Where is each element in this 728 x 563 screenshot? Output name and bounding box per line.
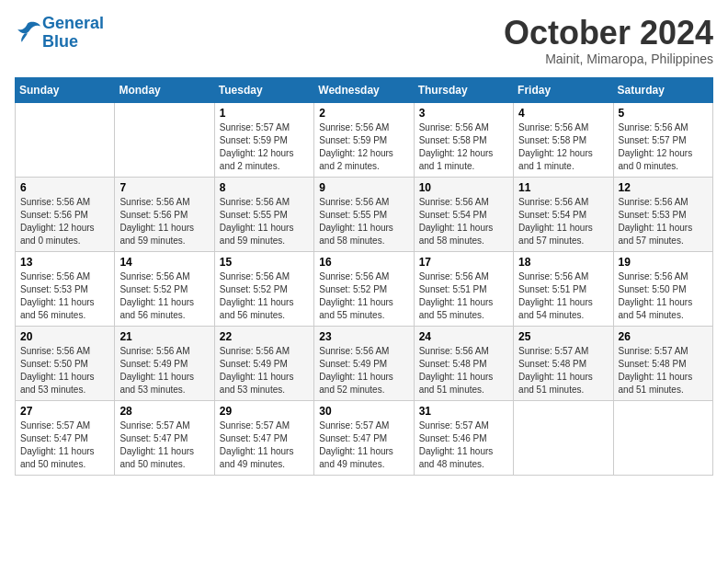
day-detail: Sunrise: 5:56 AMSunset: 5:56 PMDaylight:… xyxy=(20,196,109,247)
day-number: 19 xyxy=(619,256,708,269)
calendar-cell: 30Sunrise: 5:57 AMSunset: 5:47 PMDayligh… xyxy=(314,400,414,475)
day-detail: Sunrise: 5:57 AMSunset: 5:47 PMDaylight:… xyxy=(220,419,309,471)
day-detail: Sunrise: 5:57 AMSunset: 5:48 PMDaylight:… xyxy=(518,345,608,396)
calendar-cell xyxy=(115,102,214,177)
calendar-cell: 18Sunrise: 5:56 AMSunset: 5:51 PMDayligh… xyxy=(514,251,613,326)
day-detail: Sunrise: 5:56 AMSunset: 5:51 PMDaylight:… xyxy=(518,270,608,322)
col-saturday: Saturday xyxy=(613,77,712,102)
calendar-cell: 29Sunrise: 5:57 AMSunset: 5:47 PMDayligh… xyxy=(214,400,313,475)
calendar-cell: 15Sunrise: 5:56 AMSunset: 5:52 PMDayligh… xyxy=(214,251,313,326)
day-number: 5 xyxy=(619,107,708,120)
day-detail: Sunrise: 5:56 AMSunset: 5:58 PMDaylight:… xyxy=(419,121,508,173)
calendar-table: Sunday Monday Tuesday Wednesday Thursday… xyxy=(15,77,713,476)
calendar-cell: 3Sunrise: 5:56 AMSunset: 5:58 PMDaylight… xyxy=(414,102,513,177)
calendar-cell: 2Sunrise: 5:56 AMSunset: 5:59 PMDaylight… xyxy=(314,102,414,177)
calendar-cell: 9Sunrise: 5:56 AMSunset: 5:55 PMDaylight… xyxy=(314,177,414,251)
col-thursday: Thursday xyxy=(414,77,513,102)
calendar-cell: 10Sunrise: 5:56 AMSunset: 5:54 PMDayligh… xyxy=(414,177,513,251)
day-detail: Sunrise: 5:56 AMSunset: 5:50 PMDaylight:… xyxy=(20,345,109,396)
calendar-week-2: 6Sunrise: 5:56 AMSunset: 5:56 PMDaylight… xyxy=(16,177,713,251)
day-number: 7 xyxy=(119,181,209,194)
day-number: 12 xyxy=(619,181,708,194)
calendar-cell: 25Sunrise: 5:57 AMSunset: 5:48 PMDayligh… xyxy=(514,326,613,400)
col-wednesday: Wednesday xyxy=(314,77,414,102)
calendar-cell: 16Sunrise: 5:56 AMSunset: 5:52 PMDayligh… xyxy=(314,251,414,326)
calendar-cell: 27Sunrise: 5:57 AMSunset: 5:47 PMDayligh… xyxy=(16,400,115,475)
calendar-cell: 8Sunrise: 5:56 AMSunset: 5:55 PMDaylight… xyxy=(214,177,313,251)
day-detail: Sunrise: 5:56 AMSunset: 5:59 PMDaylight:… xyxy=(319,121,408,173)
location: Mainit, Mimaropa, Philippines xyxy=(504,52,713,66)
day-number: 16 xyxy=(319,256,408,269)
calendar-cell: 7Sunrise: 5:56 AMSunset: 5:56 PMDaylight… xyxy=(115,177,214,251)
calendar-header: Sunday Monday Tuesday Wednesday Thursday… xyxy=(16,77,713,102)
calendar-cell: 21Sunrise: 5:56 AMSunset: 5:49 PMDayligh… xyxy=(115,326,214,400)
day-detail: Sunrise: 5:56 AMSunset: 5:49 PMDaylight:… xyxy=(119,345,209,396)
day-number: 23 xyxy=(319,330,408,343)
day-number: 22 xyxy=(220,330,309,343)
day-detail: Sunrise: 5:56 AMSunset: 5:55 PMDaylight:… xyxy=(319,196,408,247)
calendar-cell: 14Sunrise: 5:56 AMSunset: 5:52 PMDayligh… xyxy=(115,251,214,326)
day-number: 24 xyxy=(419,330,508,343)
title-block: October 2024 Mainit, Mimaropa, Philippin… xyxy=(504,15,713,66)
calendar-week-5: 27Sunrise: 5:57 AMSunset: 5:47 PMDayligh… xyxy=(16,400,713,475)
day-detail: Sunrise: 5:56 AMSunset: 5:54 PMDaylight:… xyxy=(419,196,508,247)
calendar-cell: 5Sunrise: 5:56 AMSunset: 5:57 PMDaylight… xyxy=(613,102,712,177)
day-number: 1 xyxy=(220,107,309,120)
day-detail: Sunrise: 5:57 AMSunset: 5:47 PMDaylight:… xyxy=(119,419,209,471)
day-number: 30 xyxy=(319,405,408,418)
day-detail: Sunrise: 5:56 AMSunset: 5:51 PMDaylight:… xyxy=(419,270,508,322)
logo-text: General Blue xyxy=(42,15,104,52)
days-of-week-row: Sunday Monday Tuesday Wednesday Thursday… xyxy=(16,77,713,102)
calendar-cell: 4Sunrise: 5:56 AMSunset: 5:58 PMDaylight… xyxy=(514,102,613,177)
day-detail: Sunrise: 5:56 AMSunset: 5:52 PMDaylight:… xyxy=(119,270,209,322)
calendar-cell: 22Sunrise: 5:56 AMSunset: 5:49 PMDayligh… xyxy=(214,326,313,400)
day-number: 8 xyxy=(220,181,309,194)
day-detail: Sunrise: 5:57 AMSunset: 5:59 PMDaylight:… xyxy=(220,121,309,173)
day-detail: Sunrise: 5:56 AMSunset: 5:53 PMDaylight:… xyxy=(20,270,109,322)
day-number: 4 xyxy=(518,107,608,120)
calendar-cell: 6Sunrise: 5:56 AMSunset: 5:56 PMDaylight… xyxy=(16,177,115,251)
day-detail: Sunrise: 5:56 AMSunset: 5:52 PMDaylight:… xyxy=(319,270,408,322)
day-number: 10 xyxy=(419,181,508,194)
calendar-cell: 17Sunrise: 5:56 AMSunset: 5:51 PMDayligh… xyxy=(414,251,513,326)
day-detail: Sunrise: 5:56 AMSunset: 5:58 PMDaylight:… xyxy=(518,121,608,173)
day-number: 6 xyxy=(20,181,109,194)
day-number: 21 xyxy=(119,330,209,343)
day-detail: Sunrise: 5:57 AMSunset: 5:46 PMDaylight:… xyxy=(419,419,508,471)
logo: General Blue xyxy=(15,15,104,52)
day-detail: Sunrise: 5:56 AMSunset: 5:49 PMDaylight:… xyxy=(220,345,309,396)
day-number: 20 xyxy=(20,330,109,343)
day-detail: Sunrise: 5:56 AMSunset: 5:52 PMDaylight:… xyxy=(220,270,309,322)
calendar-cell: 28Sunrise: 5:57 AMSunset: 5:47 PMDayligh… xyxy=(115,400,214,475)
day-number: 26 xyxy=(619,330,708,343)
day-detail: Sunrise: 5:56 AMSunset: 5:55 PMDaylight:… xyxy=(220,196,309,247)
calendar-week-1: 1Sunrise: 5:57 AMSunset: 5:59 PMDaylight… xyxy=(16,102,713,177)
page-header: General Blue October 2024 Mainit, Mimaro… xyxy=(15,15,713,66)
col-friday: Friday xyxy=(514,77,613,102)
day-number: 28 xyxy=(119,405,209,418)
calendar-cell xyxy=(514,400,613,475)
calendar-cell: 24Sunrise: 5:56 AMSunset: 5:48 PMDayligh… xyxy=(414,326,513,400)
col-sunday: Sunday xyxy=(16,77,115,102)
calendar-cell: 23Sunrise: 5:56 AMSunset: 5:49 PMDayligh… xyxy=(314,326,414,400)
col-tuesday: Tuesday xyxy=(214,77,313,102)
day-detail: Sunrise: 5:56 AMSunset: 5:48 PMDaylight:… xyxy=(419,345,508,396)
day-detail: Sunrise: 5:56 AMSunset: 5:54 PMDaylight:… xyxy=(518,196,608,247)
day-number: 17 xyxy=(419,256,508,269)
day-number: 13 xyxy=(20,256,109,269)
day-detail: Sunrise: 5:56 AMSunset: 5:50 PMDaylight:… xyxy=(619,270,708,322)
day-detail: Sunrise: 5:56 AMSunset: 5:56 PMDaylight:… xyxy=(119,196,209,247)
calendar-cell: 26Sunrise: 5:57 AMSunset: 5:48 PMDayligh… xyxy=(613,326,712,400)
day-detail: Sunrise: 5:57 AMSunset: 5:48 PMDaylight:… xyxy=(619,345,708,396)
day-number: 25 xyxy=(518,330,608,343)
calendar-cell: 31Sunrise: 5:57 AMSunset: 5:46 PMDayligh… xyxy=(414,400,513,475)
calendar-cell: 11Sunrise: 5:56 AMSunset: 5:54 PMDayligh… xyxy=(514,177,613,251)
col-monday: Monday xyxy=(115,77,214,102)
calendar-cell: 20Sunrise: 5:56 AMSunset: 5:50 PMDayligh… xyxy=(16,326,115,400)
day-number: 2 xyxy=(319,107,408,120)
day-detail: Sunrise: 5:56 AMSunset: 5:57 PMDaylight:… xyxy=(619,121,708,173)
day-number: 31 xyxy=(419,405,508,418)
calendar-week-3: 13Sunrise: 5:56 AMSunset: 5:53 PMDayligh… xyxy=(16,251,713,326)
day-detail: Sunrise: 5:57 AMSunset: 5:47 PMDaylight:… xyxy=(20,419,109,471)
day-detail: Sunrise: 5:56 AMSunset: 5:49 PMDaylight:… xyxy=(319,345,408,396)
